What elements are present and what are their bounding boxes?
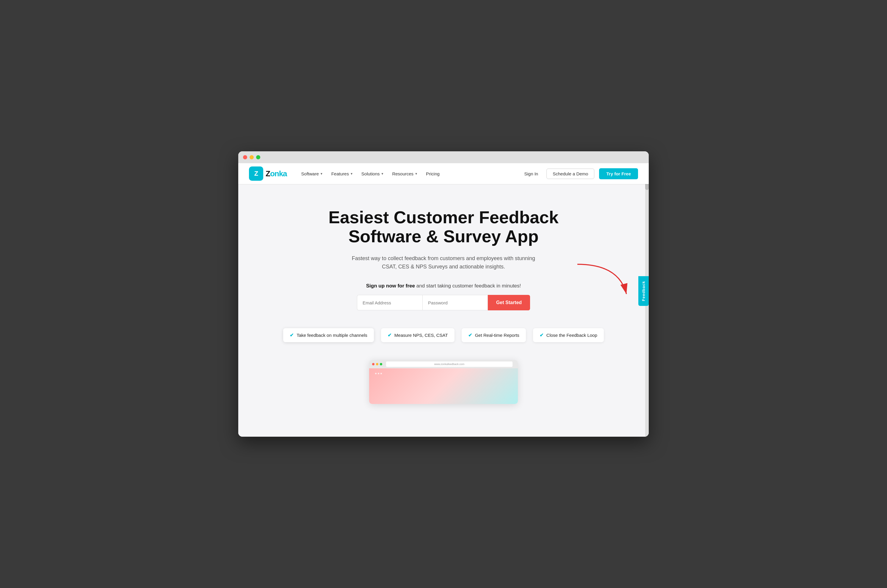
browser-content: Z Zonka Software ▼ Features ▼ Solutions …	[238, 163, 649, 437]
feature-badges: ✔ Take feedback on multiple channels ✔ M…	[283, 328, 604, 342]
preview-yellow-dot	[376, 363, 378, 365]
nav-item-solutions[interactable]: Solutions ▼	[358, 169, 388, 178]
traffic-light-green[interactable]	[256, 155, 260, 159]
navbar: Z Zonka Software ▼ Features ▼ Solutions …	[238, 163, 649, 184]
feature-badge-2[interactable]: ✔ Get Real-time Reports	[462, 328, 526, 342]
traffic-light-red[interactable]	[243, 155, 247, 159]
nav-item-features[interactable]: Features ▼	[328, 169, 357, 178]
preview-browser: www.zonkafeedback.com	[369, 360, 518, 404]
check-icon: ✔	[468, 332, 472, 338]
preview-dot-small	[378, 373, 379, 374]
chevron-down-icon: ▼	[381, 172, 384, 176]
get-started-button[interactable]: Get Started	[488, 295, 530, 310]
signup-form: Get Started	[357, 295, 530, 310]
nav-right: Sign In Schedule a Demo Try for Free	[521, 168, 638, 179]
nav-links: Software ▼ Features ▼ Solutions ▼ Resour…	[298, 169, 521, 178]
preview-section: www.zonkafeedback.com	[357, 360, 530, 404]
preview-dot-small	[375, 373, 377, 374]
preview-green-dot	[380, 363, 382, 365]
feature-badge-0[interactable]: ✔ Take feedback on multiple channels	[283, 328, 374, 342]
chevron-down-icon: ▼	[320, 172, 323, 176]
feature-badge-1[interactable]: ✔ Measure NPS, CES, CSAT	[381, 328, 454, 342]
logo[interactable]: Z Zonka	[249, 166, 287, 181]
feedback-button-container: Feedback	[638, 276, 649, 307]
browser-window: Z Zonka Software ▼ Features ▼ Solutions …	[238, 151, 649, 437]
schedule-demo-button[interactable]: Schedule a Demo	[546, 168, 594, 179]
check-icon: ✔	[388, 332, 391, 338]
hero-cta-text: Sign up now for free and start taking cu…	[366, 283, 521, 289]
logo-icon: Z	[249, 166, 263, 181]
preview-url-bar: www.zonkafeedback.com	[386, 362, 513, 367]
try-free-button[interactable]: Try for Free	[599, 168, 638, 179]
hero-subtitle: Fastest way to collect feedback from cus…	[351, 254, 536, 272]
preview-red-dot	[372, 363, 374, 365]
nav-item-resources[interactable]: Resources ▼	[388, 169, 421, 178]
preview-dots	[375, 373, 382, 374]
traffic-light-yellow[interactable]	[250, 155, 254, 159]
preview-titlebar: www.zonkafeedback.com	[369, 360, 518, 368]
browser-titlebar	[238, 151, 649, 163]
hero-section: Easiest Customer Feedback Software & Sur…	[238, 184, 649, 422]
feedback-button[interactable]: Feedback	[638, 276, 649, 306]
nav-item-software[interactable]: Software ▼	[298, 169, 326, 178]
nav-item-pricing[interactable]: Pricing	[422, 169, 443, 178]
password-input[interactable]	[422, 295, 488, 310]
preview-dot-small	[380, 373, 382, 374]
chevron-down-icon: ▼	[415, 172, 418, 176]
sign-in-button[interactable]: Sign In	[521, 169, 542, 178]
hero-title: Easiest Customer Feedback Software & Sur…	[328, 208, 559, 246]
check-icon: ✔	[540, 332, 543, 338]
logo-text: Zonka	[266, 169, 287, 178]
feature-badge-3[interactable]: ✔ Close the Feedback Loop	[533, 328, 604, 342]
email-input[interactable]	[357, 295, 422, 310]
preview-content	[369, 368, 518, 404]
check-icon: ✔	[290, 332, 293, 338]
chevron-down-icon: ▼	[350, 172, 353, 176]
